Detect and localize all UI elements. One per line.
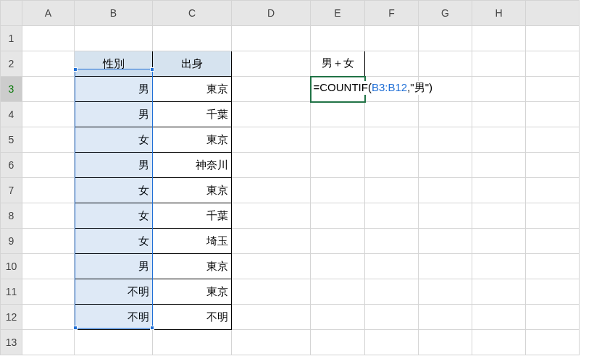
cell-i9[interactable] bbox=[526, 229, 580, 254]
cell-e13[interactable] bbox=[311, 330, 365, 355]
cell-e9[interactable] bbox=[311, 229, 365, 254]
cell-c5[interactable]: 東京 bbox=[153, 127, 232, 153]
cell-h1[interactable] bbox=[472, 26, 526, 51]
cell-a4[interactable] bbox=[22, 102, 75, 127]
cell-i12[interactable] bbox=[526, 305, 580, 330]
cell-a2[interactable] bbox=[22, 51, 75, 77]
cell-g9[interactable] bbox=[419, 229, 472, 254]
cell-e5[interactable] bbox=[311, 127, 365, 153]
cell-e2-label[interactable]: 男＋女 bbox=[311, 51, 365, 77]
cell-b8[interactable]: 女 bbox=[75, 203, 153, 229]
cell-f6[interactable] bbox=[365, 153, 419, 178]
cell-i10[interactable] bbox=[526, 254, 580, 279]
cell-d2[interactable] bbox=[232, 51, 311, 77]
cell-d4[interactable] bbox=[232, 102, 311, 127]
cell-a10[interactable] bbox=[22, 254, 75, 279]
cell-g13[interactable] bbox=[419, 330, 472, 355]
cell-b6[interactable]: 男 bbox=[75, 153, 153, 178]
cell-b3[interactable]: 男 bbox=[75, 77, 153, 102]
cell-f7[interactable] bbox=[365, 178, 419, 203]
row-header-11[interactable]: 11 bbox=[1, 279, 22, 305]
cell-g7[interactable] bbox=[419, 178, 472, 203]
cell-h9[interactable] bbox=[472, 229, 526, 254]
cell-f10[interactable] bbox=[365, 254, 419, 279]
cell-f5[interactable] bbox=[365, 127, 419, 153]
cell-f12[interactable] bbox=[365, 305, 419, 330]
cell-i8[interactable] bbox=[526, 203, 580, 229]
cell-c1[interactable] bbox=[153, 26, 232, 51]
row-header-5[interactable]: 5 bbox=[1, 127, 22, 153]
cell-f9[interactable] bbox=[365, 229, 419, 254]
cell-i3[interactable] bbox=[526, 77, 580, 102]
cell-f2[interactable] bbox=[365, 51, 419, 77]
cell-f1[interactable] bbox=[365, 26, 419, 51]
cell-a11[interactable] bbox=[22, 279, 75, 305]
select-all-corner[interactable] bbox=[1, 1, 22, 26]
cell-e7[interactable] bbox=[311, 178, 365, 203]
row-header-1[interactable]: 1 bbox=[1, 26, 22, 51]
cell-h8[interactable] bbox=[472, 203, 526, 229]
cell-g4[interactable] bbox=[419, 102, 472, 127]
cell-e1[interactable] bbox=[311, 26, 365, 51]
cell-g12[interactable] bbox=[419, 305, 472, 330]
cell-i5[interactable] bbox=[526, 127, 580, 153]
cell-f11[interactable] bbox=[365, 279, 419, 305]
cell-g2[interactable] bbox=[419, 51, 472, 77]
cell-e6[interactable] bbox=[311, 153, 365, 178]
row-header-12[interactable]: 12 bbox=[1, 305, 22, 330]
cell-c9[interactable]: 埼玉 bbox=[153, 229, 232, 254]
cell-h10[interactable] bbox=[472, 254, 526, 279]
cell-i2[interactable] bbox=[526, 51, 580, 77]
cell-g5[interactable] bbox=[419, 127, 472, 153]
cell-i1[interactable] bbox=[526, 26, 580, 51]
col-header-f[interactable]: F bbox=[365, 1, 419, 26]
cell-a13[interactable] bbox=[22, 330, 75, 355]
col-header-b[interactable]: B bbox=[75, 1, 153, 26]
cell-d3[interactable] bbox=[232, 77, 311, 102]
row-header-4[interactable]: 4 bbox=[1, 102, 22, 127]
cell-e8[interactable] bbox=[311, 203, 365, 229]
cell-i11[interactable] bbox=[526, 279, 580, 305]
cell-c3[interactable]: 東京 bbox=[153, 77, 232, 102]
cell-c10[interactable]: 東京 bbox=[153, 254, 232, 279]
cell-d9[interactable] bbox=[232, 229, 311, 254]
cell-h4[interactable] bbox=[472, 102, 526, 127]
cell-g11[interactable] bbox=[419, 279, 472, 305]
cell-d12[interactable] bbox=[232, 305, 311, 330]
cell-h7[interactable] bbox=[472, 178, 526, 203]
cell-e3-editing[interactable]: =COUNTIF(B3:B12,"男") bbox=[311, 77, 365, 102]
header-gender[interactable]: 性別 bbox=[75, 51, 153, 77]
cell-d7[interactable] bbox=[232, 178, 311, 203]
cell-h6[interactable] bbox=[472, 153, 526, 178]
cell-a12[interactable] bbox=[22, 305, 75, 330]
cell-g8[interactable] bbox=[419, 203, 472, 229]
row-header-8[interactable]: 8 bbox=[1, 203, 22, 229]
col-header-g[interactable]: G bbox=[419, 1, 472, 26]
cell-f8[interactable] bbox=[365, 203, 419, 229]
cell-c4[interactable]: 千葉 bbox=[153, 102, 232, 127]
cell-b10[interactable]: 男 bbox=[75, 254, 153, 279]
cell-h3[interactable] bbox=[472, 77, 526, 102]
cell-c7[interactable]: 東京 bbox=[153, 178, 232, 203]
cell-d8[interactable] bbox=[232, 203, 311, 229]
cell-g1[interactable] bbox=[419, 26, 472, 51]
cell-c6[interactable]: 神奈川 bbox=[153, 153, 232, 178]
cell-a8[interactable] bbox=[22, 203, 75, 229]
cell-d1[interactable] bbox=[232, 26, 311, 51]
cell-e4[interactable] bbox=[311, 102, 365, 127]
spreadsheet-grid[interactable]: A B C D E F G H 1 2 性別 出身 男＋女 3 男 東京 =CO… bbox=[0, 0, 580, 355]
cell-b7[interactable]: 女 bbox=[75, 178, 153, 203]
cell-c11[interactable]: 東京 bbox=[153, 279, 232, 305]
cell-a3[interactable] bbox=[22, 77, 75, 102]
cell-b12[interactable]: 不明 bbox=[75, 305, 153, 330]
cell-d10[interactable] bbox=[232, 254, 311, 279]
cell-e10[interactable] bbox=[311, 254, 365, 279]
cell-c8[interactable]: 千葉 bbox=[153, 203, 232, 229]
cell-a5[interactable] bbox=[22, 127, 75, 153]
cell-h12[interactable] bbox=[472, 305, 526, 330]
cell-i13[interactable] bbox=[526, 330, 580, 355]
cell-b13[interactable] bbox=[75, 330, 153, 355]
cell-e11[interactable] bbox=[311, 279, 365, 305]
header-origin[interactable]: 出身 bbox=[153, 51, 232, 77]
row-header-3[interactable]: 3 bbox=[1, 77, 22, 102]
